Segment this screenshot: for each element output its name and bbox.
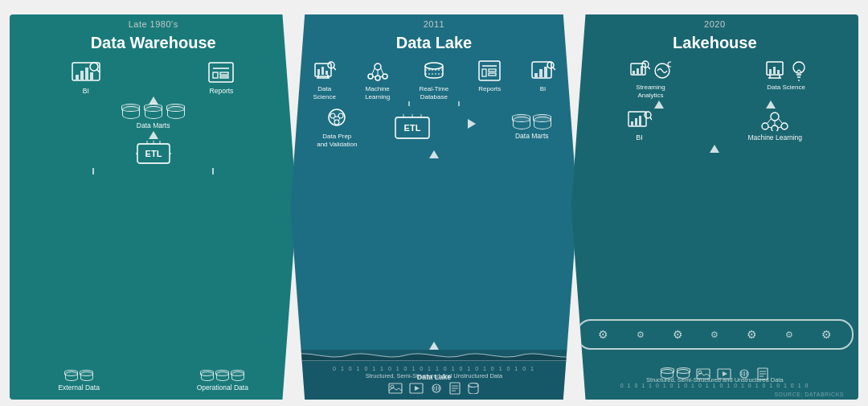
panel-title-dl: Data Lake <box>290 31 577 59</box>
svg-rect-98 <box>635 118 637 125</box>
svg-line-34 <box>381 68 383 74</box>
svg-line-57 <box>338 118 340 121</box>
source-label-dl: Structured, Semi-Structured and Unstruct… <box>290 372 577 382</box>
lh-content: Streaming Analytics <box>571 59 858 400</box>
streaming-analytics-group: Streaming Analytics <box>622 60 678 99</box>
doc-source-icon-dl <box>449 382 461 395</box>
svg-rect-1 <box>76 75 79 80</box>
svg-point-103 <box>762 123 768 129</box>
svg-rect-97 <box>631 121 633 125</box>
audio-source-icon-lh <box>738 368 751 379</box>
svg-rect-4 <box>90 72 93 80</box>
gear2-lh: ⚙ <box>637 330 645 340</box>
svg-rect-91 <box>777 70 780 74</box>
cylinder2-dw <box>145 106 162 119</box>
svg-line-108 <box>779 119 782 123</box>
data-science-label-dl: DataScience <box>313 85 335 100</box>
cyl-source-icon-dl <box>467 383 480 394</box>
svg-rect-43 <box>489 69 496 72</box>
data-prep-label: Data Prepand Validation <box>317 133 357 148</box>
svg-point-92 <box>793 62 805 73</box>
svg-line-106 <box>768 119 771 123</box>
arrow-sources-to-lake-dl <box>429 342 439 350</box>
data-marts-label-dl: Data Marts <box>515 132 549 140</box>
video-source-icon-lh <box>717 368 731 379</box>
arrow-etl-to-marts <box>468 119 476 129</box>
svg-line-110 <box>778 127 781 128</box>
svg-rect-9 <box>213 72 218 78</box>
era-label-dw: Late 1980's <box>10 14 297 31</box>
cyl-ext2 <box>80 371 93 381</box>
bi-group-dl: BI <box>531 60 555 93</box>
arrow-lake-to-etl <box>429 150 439 158</box>
arrow-lh-1 <box>654 100 664 109</box>
doc-source-icon-lh <box>757 367 768 380</box>
bi-icon-dw <box>72 62 100 84</box>
cyl-src1-lh <box>661 369 674 379</box>
realtime-db-label: Real-TimeDatabase <box>419 85 448 100</box>
panel-title-dw: Data Warehouse <box>10 31 297 59</box>
data-marts-label: Data Marts <box>137 121 170 129</box>
data-marts-group-dw: Data Marts <box>122 106 185 129</box>
dw-content: BI Reports <box>10 59 297 400</box>
svg-point-100 <box>645 112 651 118</box>
realtime-db-group: Real-TimeDatabase <box>419 60 448 100</box>
reports-group-dl: Reports <box>477 60 502 93</box>
svg-text:ETL: ETL <box>404 123 421 133</box>
svg-point-31 <box>383 74 387 79</box>
svg-point-83 <box>668 62 671 67</box>
svg-rect-63 <box>389 383 402 393</box>
operational-data-group: Operational Data <box>197 371 248 392</box>
svg-line-27 <box>334 68 336 70</box>
arrow-belt-to-mid-lh <box>710 145 719 153</box>
streaming-wave-icon <box>653 60 671 81</box>
panel-data-lake: 2011 Data Lake <box>290 14 577 400</box>
svg-rect-23 <box>317 69 320 75</box>
svg-point-30 <box>375 76 380 80</box>
svg-rect-2 <box>80 71 84 80</box>
ml-group-dl: MachineLearning <box>365 60 390 100</box>
cyl-op1 <box>201 371 214 381</box>
svg-rect-3 <box>85 68 88 80</box>
gear5-lh: ⚙ <box>747 328 757 341</box>
etl-icon-dl: ETL <box>394 114 431 141</box>
lightbulb-icon-lh <box>791 60 807 81</box>
diagrams-row: Late 1980's Data Warehouse <box>0 14 868 406</box>
data-science-group-dl: DataScience <box>313 60 335 100</box>
top-bar <box>0 0 868 14</box>
reports-label-dw: Reports <box>210 87 234 95</box>
streaming-analytics-label: Streaming Analytics <box>622 84 678 99</box>
gear6-lh: ⚙ <box>785 330 793 340</box>
bi-group-dw: BI <box>72 62 100 95</box>
data-prep-group: Data Prepand Validation <box>317 108 357 148</box>
svg-rect-48 <box>544 67 547 77</box>
svg-rect-90 <box>773 67 776 74</box>
svg-rect-78 <box>637 68 639 74</box>
data-marts-group-dl: Data Marts <box>513 117 551 140</box>
wave-svg <box>290 350 577 361</box>
svg-point-75 <box>469 383 478 388</box>
conveyor-belt-lh: ⚙ ⚙ ⚙ ⚙ ⚙ ⚙ ⚙ <box>576 319 854 350</box>
panel-title-lh: Lakehouse <box>571 31 858 59</box>
image-source-icon-lh <box>696 368 710 379</box>
reports-label-dl: Reports <box>478 85 501 93</box>
svg-point-105 <box>781 123 788 129</box>
gear1-lh: ⚙ <box>598 328 608 341</box>
svg-rect-99 <box>639 116 641 125</box>
cyl-op3 <box>231 371 244 381</box>
cyl-dm2-dl <box>534 117 551 129</box>
realtime-db-icon <box>422 60 446 83</box>
gear4-lh: ⚙ <box>710 330 719 340</box>
svg-line-56 <box>334 118 335 121</box>
bi-group-lh: BI <box>628 110 652 142</box>
panel-data-warehouse: Late 1980's Data Warehouse <box>10 14 297 400</box>
data-prep-icon <box>325 108 349 130</box>
cylinder1-dw <box>122 106 140 119</box>
svg-rect-79 <box>641 66 643 74</box>
svg-point-53 <box>338 113 343 118</box>
svg-point-29 <box>368 74 373 79</box>
svg-text:ETL: ETL <box>145 149 162 158</box>
svg-rect-10 <box>220 72 228 75</box>
cyl-ext1 <box>65 371 78 381</box>
cyl-dm1-dl <box>513 117 530 129</box>
